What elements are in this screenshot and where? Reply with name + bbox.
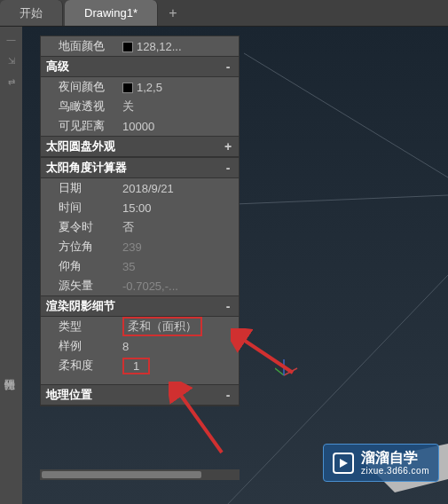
section-advanced-title: 高级 [46,59,69,75]
row-elevation[interactable]: 仰角 35 [41,256,239,276]
section-advanced[interactable]: 高级 - [41,56,239,77]
softness-value[interactable]: 1 [119,358,239,374]
row-visible-distance[interactable]: 可见距离 10000 [41,116,239,136]
date-label: 日期 [59,180,119,196]
tab-start[interactable]: 开始 [0,0,63,26]
panel-scrollbar-horizontal[interactable] [40,469,240,480]
tool-minimize-icon[interactable]: — [4,32,19,46]
expand-icon[interactable]: + [223,139,233,154]
row-date[interactable]: 日期 2018/9/21 [41,178,239,198]
time-label: 时间 [59,200,119,216]
row-softness[interactable]: 柔和度 1 [41,356,239,375]
section-shadow-detail[interactable]: 渲染阴影细节 - [41,295,239,317]
watermark: 溜溜自学 zixue.3d66.com [323,444,439,482]
row-samples[interactable]: 样例 8 [41,336,239,356]
collapse-icon[interactable]: - [223,299,233,313]
section-sun-disk-title: 太阳圆盘外观 [46,138,115,154]
row-birds-eye[interactable]: 鸟瞰透视 关 [41,97,239,116]
collapse-icon[interactable]: - [223,161,233,175]
watermark-url: zixue.3d66.com [361,466,429,476]
elevation-label: 仰角 [59,258,119,274]
azimuth-label: 方位角 [59,239,119,255]
visible-distance-value[interactable]: 10000 [119,120,239,133]
ground-color-value[interactable]: 128,12... [119,40,239,53]
svg-line-4 [284,368,297,375]
row-type[interactable]: 类型 柔和（面积） [41,317,239,336]
time-value[interactable]: 15:00 [119,201,239,215]
date-value[interactable]: 2018/9/21 [119,182,239,195]
type-label: 类型 [59,319,119,335]
birds-eye-label: 鸟瞰透视 [59,98,119,114]
svg-line-2 [235,195,448,204]
sun-properties-panel[interactable]: 地面颜色 128,12... 高级 - 夜间颜色 1,2,5 鸟瞰透视 关 可见… [40,35,240,406]
source-vector-value: -0.7025,-... [119,280,239,293]
birds-eye-value[interactable]: 关 [119,98,239,114]
watermark-title: 溜溜自学 [361,450,429,466]
axis-gizmo[interactable] [275,359,302,389]
type-value[interactable]: 柔和（面积） [119,317,239,336]
section-geo-title: 地理位置 [46,387,92,403]
svg-line-5 [275,368,284,375]
section-shadow-title: 渲染阴影细节 [46,298,115,314]
samples-label: 样例 [59,338,119,354]
collapse-icon[interactable]: - [223,388,233,402]
swatch-icon [122,42,133,52]
play-icon [333,453,354,474]
dst-label: 夏令时 [59,219,119,235]
tab-drawing1[interactable]: Drawing1* [65,0,158,26]
samples-value[interactable]: 8 [119,340,239,353]
row-time[interactable]: 时间 15:00 [41,198,239,217]
scrollbar-thumb[interactable] [42,471,201,478]
tool-expand-icon[interactable]: ⇲ [4,53,19,67]
softness-label: 柔和度 [59,358,119,374]
tool-swap-icon[interactable]: ⇄ [4,75,19,89]
section-sun-angle-title: 太阳角度计算器 [46,160,127,176]
row-dst[interactable]: 夏令时 否 [41,217,239,237]
left-toolbar: — ⇲ ⇄ [0,27,22,504]
source-vector-label: 源矢量 [59,278,119,294]
elevation-value: 35 [119,260,239,273]
azimuth-value: 239 [119,240,239,254]
row-ground-color[interactable]: 地面颜色 128,12... [41,36,239,56]
section-sun-angle[interactable]: 太阳角度计算器 - [41,157,239,178]
document-tabs: 开始 Drawing1* + [0,0,448,27]
tab-add[interactable]: + [160,0,186,26]
night-color-value[interactable]: 1,2,5 [119,81,239,94]
section-sun-disk[interactable]: 太阳圆盘外观 + [41,136,239,157]
row-night-color[interactable]: 夜间颜色 1,2,5 [41,77,239,97]
ground-color-label: 地面颜色 [59,38,119,54]
svg-line-0 [244,53,448,177]
svg-marker-11 [340,459,348,468]
row-source-vector[interactable]: 源矢量 -0.7025,-... [41,276,239,295]
swatch-icon [122,83,133,93]
visible-distance-label: 可见距离 [59,118,119,134]
collapse-icon[interactable]: - [223,59,233,74]
dst-value[interactable]: 否 [119,219,239,235]
night-color-label: 夜间颜色 [59,79,119,95]
section-geo-location[interactable]: 地理位置 - [41,384,239,406]
row-azimuth[interactable]: 方位角 239 [41,237,239,256]
